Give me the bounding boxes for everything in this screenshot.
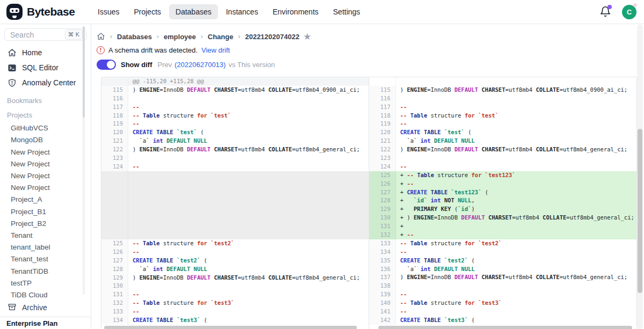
breadcrumb-item[interactable]: 20221202074022 (245, 33, 299, 41)
diff-line: 127CREATE TABLE `test2` ( (101, 257, 369, 265)
breadcrumb-item[interactable]: employee (164, 33, 196, 41)
breadcrumb-separator: › (238, 33, 240, 40)
line-number: 130 (101, 282, 128, 290)
line-number: 115 (369, 86, 396, 94)
line-number: 129 (369, 205, 396, 214)
project-item[interactable]: MongoDB (0, 134, 91, 146)
sidebar-section-bookmarks: Bookmarks (0, 91, 91, 106)
nav-item-instances[interactable]: Instances (219, 4, 265, 19)
notification-bell-button[interactable] (599, 6, 611, 18)
code-line: -- (396, 103, 637, 112)
line-number: 142 (369, 316, 396, 325)
code-line: CREATE TABLE `test3` ( (128, 316, 369, 325)
project-item[interactable]: Project_B1 (0, 206, 91, 218)
right-pane-horizontal-scrollbar[interactable] (378, 326, 632, 329)
sidebar-item-archive[interactable]: Archive (0, 301, 91, 313)
sidebar-scrollbar[interactable] (83, 26, 85, 295)
bytebase-logo[interactable]: Bytebase (6, 4, 91, 20)
sidebar-scrollbar-thumb[interactable] (83, 26, 85, 118)
project-list: GitHubVCSMongoDBNew ProjectNew ProjectNe… (0, 120, 91, 301)
line-number: 134 (369, 248, 396, 257)
show-diff-toggle[interactable] (97, 60, 116, 70)
user-avatar[interactable]: C (622, 5, 636, 19)
breadcrumb-item[interactable]: Databases (117, 33, 152, 41)
diff-line: 122) ENGINE=InnoDB DEFAULT CHARSET=utf8m… (101, 145, 369, 154)
line-number: 131 (101, 290, 128, 299)
search-input[interactable]: Search ⌘ K (4, 28, 86, 41)
project-item[interactable]: New Project (0, 170, 91, 182)
sidebar: Search ⌘ K HomeSQL EditorAnomaly Center … (0, 24, 91, 329)
view-drift-link[interactable]: View drift (201, 46, 230, 54)
diff-line: 132+ -- (369, 231, 637, 239)
code-line: -- (396, 248, 637, 257)
project-item[interactable]: Tenant (0, 230, 91, 242)
diff-line: 132-- Table structure for `test3` (101, 299, 369, 308)
main-nav: IssuesProjectsDatabasesInstancesEnvironm… (91, 4, 367, 19)
line-number: 136 (369, 265, 396, 274)
project-item[interactable]: Project_B2 (0, 218, 91, 230)
page-scrollbar[interactable] (637, 25, 643, 329)
diff-line: 129) ENGINE=InnoDB DEFAULT CHARSET=utf8m… (101, 274, 369, 282)
breadcrumb-item[interactable]: Change (208, 33, 233, 41)
diff-line: 139-- (369, 290, 637, 299)
project-item[interactable]: Tenant_test (0, 253, 91, 265)
nav-item-environments[interactable]: Environments (266, 4, 325, 19)
project-item[interactable]: GitHubVCS (0, 122, 91, 134)
sidebar-item-sql-editor[interactable]: SQL Editor (0, 60, 91, 75)
left-pane-horizontal-scrollbar[interactable] (104, 326, 357, 329)
code-line: ) ENGINE=InnoDB DEFAULT CHARSET=utf8mb4 … (128, 145, 369, 154)
code-line: `a` int DEFAULT NULL (396, 137, 637, 145)
nav-item-projects[interactable]: Projects (127, 4, 167, 19)
diff-line: 141-- (369, 308, 637, 316)
diff-line: 115) ENGINE=InnoDB DEFAULT CHARSET=utf8m… (369, 86, 637, 94)
line-number: 127 (101, 257, 128, 265)
line-number: 139 (369, 290, 396, 299)
diff-line: 130 (101, 282, 369, 290)
diff-line: 116 (101, 94, 369, 103)
line-number (101, 171, 128, 239)
nav-item-settings[interactable]: Settings (327, 4, 367, 19)
line-number: 132 (369, 231, 396, 239)
plan-label: Enterprise Plan (6, 319, 57, 327)
sidebar-item-home[interactable]: Home (0, 45, 91, 60)
project-item[interactable]: New Project (0, 182, 91, 194)
diff-line: 125-- Table structure for `test2` (101, 239, 369, 248)
line-number: 126 (101, 248, 128, 257)
line-number: 123 (101, 154, 128, 163)
star-icon[interactable]: ★ (303, 32, 311, 41)
diff-line: 116 (369, 94, 637, 103)
code-line: + CREATE TABLE `test123` ( (396, 188, 637, 197)
prev-version-link[interactable]: (202206270013) (174, 61, 225, 69)
line-number: 133 (369, 239, 396, 248)
diff-line: 124-- (101, 163, 369, 171)
project-item[interactable]: tenant_label (0, 242, 91, 253)
project-item[interactable]: TiDB Cloud (0, 289, 91, 301)
sidebar-item-anomaly-center[interactable]: Anomaly Center (0, 75, 91, 90)
code-line: + (396, 222, 637, 231)
project-item[interactable]: Project_A (0, 194, 91, 206)
line-number: 125 (101, 239, 128, 248)
project-item[interactable]: New Project (0, 158, 91, 170)
diff-line: 131-- (101, 290, 369, 299)
notification-badge (608, 5, 612, 9)
code-line: + -- Table structure for `test123` (396, 171, 637, 180)
project-item[interactable]: testTP (0, 277, 91, 289)
nav-item-databases[interactable]: Databases (169, 4, 218, 19)
code-line: -- Table structure for `test` (396, 112, 637, 120)
project-item[interactable]: New Project (0, 147, 91, 158)
diff-line: 125+ -- Table structure for `test123` (369, 171, 637, 180)
diff-line (101, 171, 369, 239)
line-number (101, 77, 128, 86)
alert-icon: ! (97, 46, 105, 54)
project-item[interactable]: TenantTiDB (0, 266, 91, 277)
code-line (128, 94, 369, 103)
diff-line: 122) ENGINE=InnoDB DEFAULT CHARSET=utf8m… (369, 145, 637, 154)
nav-item-issues[interactable]: Issues (91, 4, 126, 19)
home-icon[interactable] (97, 32, 105, 41)
page-scrollbar-thumb[interactable] (638, 129, 642, 293)
diff-line: 119-- (101, 120, 369, 128)
code-line: ) ENGINE=InnoDB DEFAULT CHARSET=utf8mb4 … (128, 274, 369, 282)
code-line: ) ENGINE=InnoDB DEFAULT CHARSET=utf8mb4 … (396, 145, 637, 154)
plan-footer[interactable]: Enterprise Plan (0, 317, 91, 329)
anomaly-center-icon (8, 78, 17, 87)
